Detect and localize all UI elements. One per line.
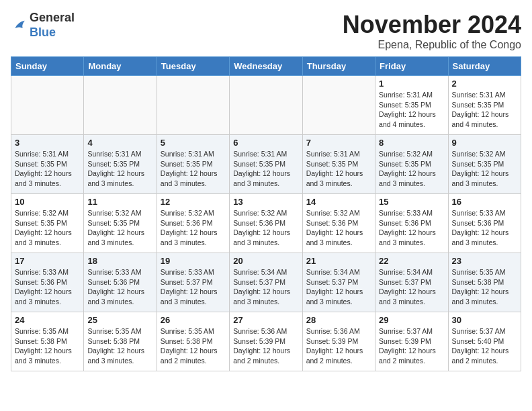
calendar-cell: 1Sunrise: 5:31 AM Sunset: 5:35 PM Daylig… (375, 76, 448, 135)
day-number: 9 (452, 138, 517, 148)
month-title: November 2024 (343, 11, 521, 39)
day-number: 24 (15, 315, 80, 325)
calendar-cell: 8Sunrise: 5:32 AM Sunset: 5:35 PM Daylig… (375, 135, 448, 194)
calendar-cell (302, 76, 375, 135)
day-info: Sunrise: 5:32 AM Sunset: 5:36 PM Dayligh… (233, 208, 298, 248)
calendar-cell: 15Sunrise: 5:33 AM Sunset: 5:36 PM Dayli… (375, 194, 448, 253)
day-number: 16 (452, 197, 517, 207)
day-info: Sunrise: 5:32 AM Sunset: 5:35 PM Dayligh… (15, 208, 80, 248)
day-number: 19 (161, 256, 226, 266)
calendar-cell: 22Sunrise: 5:34 AM Sunset: 5:37 PM Dayli… (375, 253, 448, 312)
day-number: 30 (452, 315, 517, 325)
day-number: 2 (452, 79, 517, 89)
day-number: 1 (379, 79, 444, 89)
day-info: Sunrise: 5:32 AM Sunset: 5:35 PM Dayligh… (87, 208, 152, 248)
day-info: Sunrise: 5:33 AM Sunset: 5:36 PM Dayligh… (87, 267, 152, 307)
calendar-cell: 7Sunrise: 5:31 AM Sunset: 5:35 PM Daylig… (302, 135, 375, 194)
calendar-cell: 19Sunrise: 5:33 AM Sunset: 5:37 PM Dayli… (157, 253, 229, 312)
location-subtitle: Epena, Republic of the Congo (343, 39, 521, 51)
day-info: Sunrise: 5:35 AM Sunset: 5:38 PM Dayligh… (452, 267, 517, 307)
calendar-cell: 27Sunrise: 5:36 AM Sunset: 5:39 PM Dayli… (230, 312, 302, 371)
logo: General Blue (11, 11, 75, 40)
weekday-header-saturday: Saturday (448, 57, 521, 76)
day-info: Sunrise: 5:32 AM Sunset: 5:35 PM Dayligh… (379, 149, 444, 189)
calendar-cell: 3Sunrise: 5:31 AM Sunset: 5:35 PM Daylig… (11, 135, 84, 194)
day-number: 23 (452, 256, 517, 266)
calendar-cell: 11Sunrise: 5:32 AM Sunset: 5:35 PM Dayli… (84, 194, 157, 253)
calendar-cell: 12Sunrise: 5:32 AM Sunset: 5:36 PM Dayli… (157, 194, 229, 253)
day-info: Sunrise: 5:32 AM Sunset: 5:35 PM Dayligh… (452, 149, 517, 189)
day-info: Sunrise: 5:33 AM Sunset: 5:36 PM Dayligh… (452, 208, 517, 248)
day-info: Sunrise: 5:35 AM Sunset: 5:38 PM Dayligh… (15, 326, 80, 366)
day-info: Sunrise: 5:33 AM Sunset: 5:37 PM Dayligh… (161, 267, 226, 307)
calendar-cell: 17Sunrise: 5:33 AM Sunset: 5:36 PM Dayli… (11, 253, 84, 312)
day-number: 14 (306, 197, 371, 207)
weekday-header-thursday: Thursday (302, 57, 375, 76)
weekday-header-sunday: Sunday (11, 57, 84, 76)
calendar-cell (157, 76, 229, 135)
weekday-header-row: SundayMondayTuesdayWednesdayThursdayFrid… (11, 57, 521, 76)
calendar-cell: 20Sunrise: 5:34 AM Sunset: 5:37 PM Dayli… (230, 253, 302, 312)
title-block: November 2024 Epena, Republic of the Con… (343, 11, 521, 51)
calendar-week-row: 3Sunrise: 5:31 AM Sunset: 5:35 PM Daylig… (11, 135, 521, 194)
day-number: 11 (87, 197, 152, 207)
day-number: 26 (161, 315, 226, 325)
day-number: 21 (306, 256, 371, 266)
logo-bird-icon (11, 17, 27, 34)
day-info: Sunrise: 5:33 AM Sunset: 5:36 PM Dayligh… (379, 208, 444, 248)
day-info: Sunrise: 5:37 AM Sunset: 5:39 PM Dayligh… (379, 326, 444, 366)
day-number: 10 (15, 197, 80, 207)
calendar-cell (230, 76, 302, 135)
calendar-week-row: 24Sunrise: 5:35 AM Sunset: 5:38 PM Dayli… (11, 312, 521, 371)
day-number: 25 (87, 315, 152, 325)
calendar-cell: 21Sunrise: 5:34 AM Sunset: 5:37 PM Dayli… (302, 253, 375, 312)
calendar-week-row: 1Sunrise: 5:31 AM Sunset: 5:35 PM Daylig… (11, 76, 521, 135)
day-info: Sunrise: 5:34 AM Sunset: 5:37 PM Dayligh… (379, 267, 444, 307)
calendar-cell: 5Sunrise: 5:31 AM Sunset: 5:35 PM Daylig… (157, 135, 229, 194)
weekday-header-friday: Friday (375, 57, 448, 76)
day-info: Sunrise: 5:31 AM Sunset: 5:35 PM Dayligh… (452, 90, 517, 130)
day-number: 22 (379, 256, 444, 266)
day-number: 15 (379, 197, 444, 207)
day-number: 4 (87, 138, 152, 148)
calendar-cell: 10Sunrise: 5:32 AM Sunset: 5:35 PM Dayli… (11, 194, 84, 253)
calendar-cell: 4Sunrise: 5:31 AM Sunset: 5:35 PM Daylig… (84, 135, 157, 194)
calendar-week-row: 17Sunrise: 5:33 AM Sunset: 5:36 PM Dayli… (11, 253, 521, 312)
calendar-week-row: 10Sunrise: 5:32 AM Sunset: 5:35 PM Dayli… (11, 194, 521, 253)
day-number: 18 (87, 256, 152, 266)
weekday-header-wednesday: Wednesday (230, 57, 302, 76)
day-info: Sunrise: 5:31 AM Sunset: 5:35 PM Dayligh… (306, 149, 371, 189)
day-number: 8 (379, 138, 444, 148)
calendar-cell: 29Sunrise: 5:37 AM Sunset: 5:39 PM Dayli… (375, 312, 448, 371)
day-info: Sunrise: 5:31 AM Sunset: 5:35 PM Dayligh… (233, 149, 298, 189)
day-info: Sunrise: 5:37 AM Sunset: 5:40 PM Dayligh… (452, 326, 517, 366)
calendar-cell: 24Sunrise: 5:35 AM Sunset: 5:38 PM Dayli… (11, 312, 84, 371)
day-number: 13 (233, 197, 298, 207)
day-info: Sunrise: 5:35 AM Sunset: 5:38 PM Dayligh… (161, 326, 226, 366)
day-info: Sunrise: 5:32 AM Sunset: 5:36 PM Dayligh… (161, 208, 226, 248)
calendar-cell (11, 76, 84, 135)
day-info: Sunrise: 5:31 AM Sunset: 5:35 PM Dayligh… (161, 149, 226, 189)
calendar-cell: 9Sunrise: 5:32 AM Sunset: 5:35 PM Daylig… (448, 135, 521, 194)
day-number: 12 (161, 197, 226, 207)
day-number: 5 (161, 138, 226, 148)
day-number: 28 (306, 315, 371, 325)
weekday-header-tuesday: Tuesday (157, 57, 229, 76)
day-info: Sunrise: 5:35 AM Sunset: 5:38 PM Dayligh… (87, 326, 152, 366)
calendar-cell: 28Sunrise: 5:36 AM Sunset: 5:39 PM Dayli… (302, 312, 375, 371)
day-number: 6 (233, 138, 298, 148)
day-info: Sunrise: 5:34 AM Sunset: 5:37 PM Dayligh… (306, 267, 371, 307)
calendar-cell: 13Sunrise: 5:32 AM Sunset: 5:36 PM Dayli… (230, 194, 302, 253)
calendar-cell: 25Sunrise: 5:35 AM Sunset: 5:38 PM Dayli… (84, 312, 157, 371)
calendar-cell: 6Sunrise: 5:31 AM Sunset: 5:35 PM Daylig… (230, 135, 302, 194)
calendar-cell: 2Sunrise: 5:31 AM Sunset: 5:35 PM Daylig… (448, 76, 521, 135)
day-info: Sunrise: 5:31 AM Sunset: 5:35 PM Dayligh… (15, 149, 80, 189)
calendar-cell (84, 76, 157, 135)
day-info: Sunrise: 5:31 AM Sunset: 5:35 PM Dayligh… (379, 90, 444, 130)
day-number: 20 (233, 256, 298, 266)
calendar-table: SundayMondayTuesdayWednesdayThursdayFrid… (11, 56, 521, 371)
page-header: General Blue November 2024 Epena, Republ… (11, 11, 521, 51)
calendar-cell: 23Sunrise: 5:35 AM Sunset: 5:38 PM Dayli… (448, 253, 521, 312)
calendar-cell: 16Sunrise: 5:33 AM Sunset: 5:36 PM Dayli… (448, 194, 521, 253)
day-number: 17 (15, 256, 80, 266)
